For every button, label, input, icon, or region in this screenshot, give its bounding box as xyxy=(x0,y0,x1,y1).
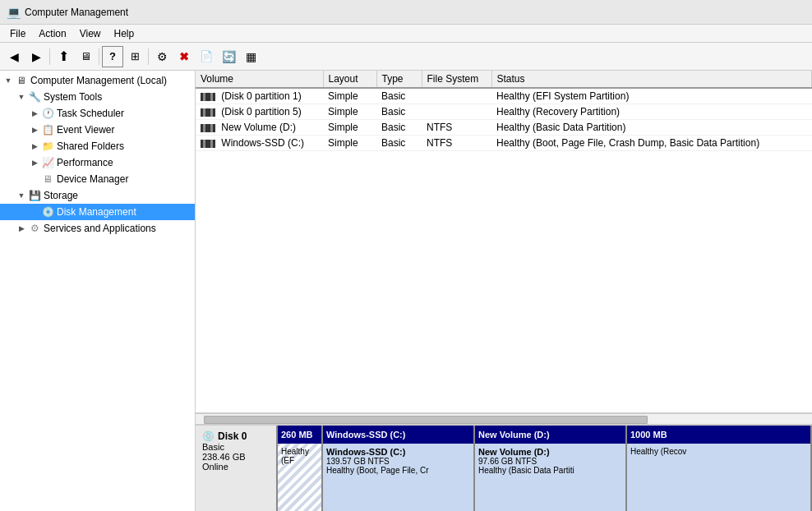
expand-sf[interactable]: ▶ xyxy=(28,140,41,153)
expand-pf[interactable]: ▶ xyxy=(28,156,41,169)
device-icon: 🖥 xyxy=(41,173,54,186)
partition-name-win: Windows-SSD (C:) xyxy=(326,447,470,457)
partition-header-efi: 260 MB xyxy=(278,426,321,444)
sidebar-item-task-scheduler[interactable]: ▶ 🕐 Task Scheduler xyxy=(0,105,195,122)
partition-body-rec: Healthy (Recov xyxy=(627,444,810,511)
cell-fs xyxy=(422,88,491,104)
partition-status-efi: Healthy (EF xyxy=(281,447,318,465)
services-icon: ⚙ xyxy=(28,222,41,235)
tools-icon: 🔧 xyxy=(28,90,41,104)
table-row[interactable]: New Volume (D:) Simple Basic NTFS Health… xyxy=(196,120,812,136)
folder-icon: 📁 xyxy=(41,140,54,153)
toolbar: ◀ ▶ ⬆ 🖥 ? ⊞ ⚙ ✖ 📄 🔄 ▦ xyxy=(0,43,812,71)
cell-volume: (Disk 0 partition 1) xyxy=(196,88,323,104)
menu-view[interactable]: View xyxy=(73,26,108,41)
expand-stor[interactable]: ▼ xyxy=(15,189,28,202)
computer-icon: 🖥 xyxy=(15,74,28,87)
partition-status-win: Healthy (Boot, Page File, Cr xyxy=(326,466,470,475)
partition-size-nv: 97.66 GB NTFS xyxy=(478,457,622,466)
configure-button[interactable]: ⚙ xyxy=(151,46,173,67)
sidebar-item-label-diskm: Disk Management xyxy=(57,206,136,218)
monitor-button[interactable]: 🖥 xyxy=(75,46,96,67)
disk-panel: 💿 Disk 0 Basic 238.46 GB Online 260 MB H… xyxy=(196,425,812,511)
partition-recovery[interactable]: 1000 MB Healthy (Recov xyxy=(627,426,812,511)
properties-button[interactable]: 📄 xyxy=(196,46,217,67)
expand-ts[interactable]: ▶ xyxy=(28,107,41,120)
sidebar-item-performance[interactable]: ▶ 📈 Performance xyxy=(0,154,195,171)
col-volume[interactable]: Volume xyxy=(196,71,323,88)
cell-fs: NTFS xyxy=(422,136,491,151)
partition-newvol[interactable]: New Volume (D:) New Volume (D:) 97.66 GB… xyxy=(475,426,627,511)
menu-file[interactable]: File xyxy=(3,26,32,41)
partition-windows[interactable]: Windows-SSD (C:) Windows-SSD (C:) 139.57… xyxy=(323,426,475,511)
main-area: ▼ 🖥 Computer Management (Local) ▼ 🔧 Syst… xyxy=(0,71,812,511)
col-type[interactable]: Type xyxy=(376,71,422,88)
disk-size: 238.46 GB xyxy=(202,452,270,462)
sidebar-item-label-dm: Device Manager xyxy=(57,173,128,185)
col-filesystem[interactable]: File System xyxy=(422,71,491,88)
sidebar-item-system-tools[interactable]: ▼ 🔧 System Tools xyxy=(0,89,195,105)
sidebar-item-disk-management[interactable]: ▶ 💿 Disk Management xyxy=(0,204,195,220)
refresh-button[interactable]: 🔄 xyxy=(218,46,239,67)
forward-button[interactable]: ▶ xyxy=(25,46,47,67)
col-layout[interactable]: Layout xyxy=(323,71,376,88)
cell-layout: Simple xyxy=(323,120,376,136)
disk-small-icon: 💿 xyxy=(202,430,215,442)
menu-help[interactable]: Help xyxy=(108,26,141,41)
table-row[interactable]: Windows-SSD (C:) Simple Basic NTFS Healt… xyxy=(196,136,812,151)
expand-ev[interactable]: ▶ xyxy=(28,123,41,136)
partition-efi[interactable]: 260 MB Healthy (EF xyxy=(278,426,323,511)
cell-status: Healthy (Recovery Partition) xyxy=(491,104,812,120)
cell-volume: Windows-SSD (C:) xyxy=(196,136,323,151)
more-button[interactable]: ▦ xyxy=(240,46,261,67)
sidebar-item-event-viewer[interactable]: ▶ 📋 Event Viewer xyxy=(0,122,195,138)
disk-type: Basic xyxy=(202,442,270,452)
sidebar-item-storage[interactable]: ▼ 💾 Storage xyxy=(0,187,195,204)
table-row[interactable]: (Disk 0 partition 5) Simple Basic Health… xyxy=(196,104,812,120)
expand-icon-st[interactable]: ▼ xyxy=(15,90,28,104)
sidebar-item-label-stor: Storage xyxy=(44,190,78,201)
scroll-thumb[interactable] xyxy=(204,416,648,424)
disk-stripe-icon xyxy=(201,140,215,148)
sidebar-item-label-sf: Shared Folders xyxy=(57,140,124,152)
sidebar-item-label-ev: Event Viewer xyxy=(57,124,114,136)
sidebar-item-device-manager[interactable]: ▶ 🖥 Device Manager xyxy=(0,171,195,187)
partition-body-efi: Healthy (EF xyxy=(278,444,321,511)
disk-name: 💿 Disk 0 xyxy=(202,430,270,442)
toolbar-separator-2 xyxy=(99,48,99,65)
cell-layout: Simple xyxy=(323,88,376,104)
content-area: Volume Layout Type File System Status (D… xyxy=(196,71,812,511)
cell-volume: New Volume (D:) xyxy=(196,120,323,136)
disk-partitions: 260 MB Healthy (EF Windows-SSD (C:) Wind… xyxy=(278,426,812,511)
task-icon: 🕐 xyxy=(41,107,54,120)
help-button[interactable]: ? xyxy=(102,46,123,67)
back-button[interactable]: ◀ xyxy=(3,46,25,67)
cell-layout: Simple xyxy=(323,136,376,151)
partition-body-nv: New Volume (D:) 97.66 GB NTFS Healthy (B… xyxy=(475,444,625,511)
partition-name-nv: New Volume (D:) xyxy=(478,447,622,457)
sidebar-item-label-svc: Services and Applications xyxy=(44,223,156,234)
window-title: Computer Management xyxy=(25,7,128,18)
expand-icon[interactable]: ▼ xyxy=(2,74,15,87)
col-status[interactable]: Status xyxy=(491,71,812,88)
disk-table-area[interactable]: Volume Layout Type File System Status (D… xyxy=(196,71,812,413)
cell-type: Basic xyxy=(376,136,422,151)
sidebar-item-label-st: System Tools xyxy=(44,91,102,103)
menu-action[interactable]: Action xyxy=(32,26,72,41)
partition-header-win: Windows-SSD (C:) xyxy=(323,426,473,444)
sidebar-item-computer-management[interactable]: ▼ 🖥 Computer Management (Local) xyxy=(0,72,195,89)
export-button[interactable]: ⊞ xyxy=(124,46,145,67)
up-button[interactable]: ⬆ xyxy=(53,46,74,67)
cell-fs: NTFS xyxy=(422,120,491,136)
partition-header-nv: New Volume (D:) xyxy=(475,426,625,444)
table-row[interactable]: (Disk 0 partition 1) Simple Basic Health… xyxy=(196,88,812,104)
cell-status: Healthy (EFI System Partition) xyxy=(491,88,812,104)
delete-button[interactable]: ✖ xyxy=(173,46,195,67)
sidebar-item-shared-folders[interactable]: ▶ 📁 Shared Folders xyxy=(0,138,195,154)
sidebar-item-services-apps[interactable]: ▶ ⚙ Services and Applications xyxy=(0,220,195,237)
perf-icon: 📈 xyxy=(41,156,54,169)
expand-svc[interactable]: ▶ xyxy=(15,222,28,235)
disk-stripe-icon xyxy=(201,108,215,117)
cell-layout: Simple xyxy=(323,104,376,120)
horizontal-scrollbar[interactable] xyxy=(196,413,812,425)
